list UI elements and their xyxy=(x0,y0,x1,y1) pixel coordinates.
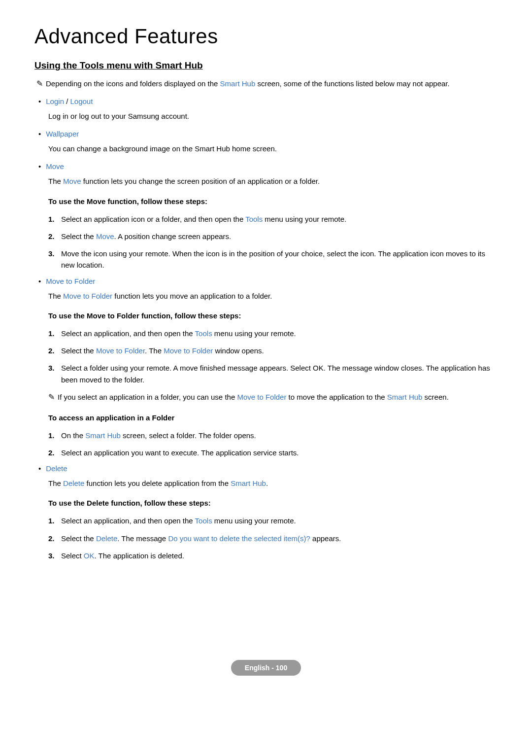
page-footer: English - 100 xyxy=(34,660,498,676)
link-move-to-folder: Move to Folder xyxy=(46,277,95,285)
link-smart-hub: Smart Hub xyxy=(220,79,256,88)
step-number: 1. xyxy=(48,515,61,526)
step-number: 3. xyxy=(48,362,61,374)
list-item: 2. Select the Move to Folder. The Move t… xyxy=(48,345,498,356)
mtf-access-steps: 1. On the Smart Hub screen, select a fol… xyxy=(34,430,498,459)
step-text: Select the Move to Folder. The Move to F… xyxy=(61,345,264,356)
step-number: 2. xyxy=(48,231,61,242)
step-number: 2. xyxy=(48,345,61,356)
list-item: 1. On the Smart Hub screen, select a fol… xyxy=(48,430,498,441)
delete-desc: The Delete function lets you delete appl… xyxy=(34,478,498,489)
page-content: Advanced Features Using the Tools menu w… xyxy=(0,0,532,695)
list-item: 2. Select the Move. A position change sc… xyxy=(48,231,498,242)
list-item: 2. Select the Delete. The message Do you… xyxy=(48,533,498,544)
note-text: Depending on the icons and folders displ… xyxy=(46,78,450,89)
move-steps: 1. Select an application icon or a folde… xyxy=(34,213,498,271)
note-icon: ✎ xyxy=(48,391,58,404)
mtf-desc: The Move to Folder function lets you mov… xyxy=(34,290,498,302)
link-move: Move xyxy=(46,162,64,171)
step-number: 2. xyxy=(48,447,61,458)
step-text: Select an application you want to execut… xyxy=(61,447,299,458)
step-number: 1. xyxy=(48,213,61,225)
step-text: On the Smart Hub screen, select a folder… xyxy=(61,430,256,441)
step-text: Select an application, and then open the… xyxy=(61,515,296,526)
step-number: 1. xyxy=(48,430,61,441)
mtf-steps: 1. Select an application, and then open … xyxy=(34,328,498,385)
move-steps-heading: To use the Move function, follow these s… xyxy=(34,197,498,206)
link-logout: Logout xyxy=(70,97,93,105)
list-item: 3. Select a folder using your remote. A … xyxy=(48,362,498,385)
list-item: 2. Select an application you want to exe… xyxy=(48,447,498,458)
move-desc: The Move function lets you change the sc… xyxy=(34,175,498,187)
bullet-icon: • xyxy=(38,97,46,105)
delete-steps: 1. Select an application, and then open … xyxy=(34,515,498,561)
list-item: 1. Select an application, and then open … xyxy=(48,328,498,339)
bullet-icon: • xyxy=(38,277,46,285)
wallpaper-desc: You can change a background image on the… xyxy=(34,143,498,154)
bullet-delete: • Delete xyxy=(34,464,498,473)
note-icon: ✎ xyxy=(36,78,46,90)
step-number: 2. xyxy=(48,533,61,544)
delete-steps-heading: To use the Delete function, follow these… xyxy=(34,499,498,507)
mtf-access-heading: To access an application in a Folder xyxy=(34,413,498,422)
list-item: 3. Move the icon using your remote. When… xyxy=(48,248,498,271)
mtf-steps-heading: To use the Move to Folder function, foll… xyxy=(34,311,498,320)
step-text: Select the Delete. The message Do you wa… xyxy=(61,533,341,544)
step-number: 1. xyxy=(48,328,61,339)
bullet-wallpaper: • Wallpaper xyxy=(34,130,498,138)
list-item: 1. Select an application icon or a folde… xyxy=(48,213,498,225)
step-text: Select the Move. A position change scree… xyxy=(61,231,231,242)
list-item: 3. Select OK. The application is deleted… xyxy=(48,550,498,561)
link-login: Login xyxy=(46,97,64,105)
bullet-label: Login / Logout xyxy=(46,97,93,105)
step-text: Select an application, and then open the… xyxy=(61,328,296,339)
bullet-login-logout: • Login / Logout xyxy=(34,97,498,105)
link-wallpaper: Wallpaper xyxy=(46,130,79,138)
link-delete: Delete xyxy=(46,464,67,473)
page-title: Advanced Features xyxy=(34,25,498,48)
step-number: 3. xyxy=(48,248,61,259)
step-text: Select an application icon or a folder, … xyxy=(61,213,346,225)
note-text: If you select an application in a folder… xyxy=(58,391,449,403)
bullet-icon: • xyxy=(38,162,46,171)
mtf-note: ✎ If you select an application in a fold… xyxy=(34,391,498,404)
page-number-badge: English - 100 xyxy=(231,660,301,676)
bullet-icon: • xyxy=(38,464,46,473)
top-note: ✎ Depending on the icons and folders dis… xyxy=(34,78,498,90)
bullet-icon: • xyxy=(38,130,46,138)
bullet-move: • Move xyxy=(34,162,498,171)
step-number: 3. xyxy=(48,550,61,561)
step-text: Select a folder using your remote. A mov… xyxy=(61,362,498,385)
section-title: Using the Tools menu with Smart Hub xyxy=(34,60,498,71)
list-item: 1. Select an application, and then open … xyxy=(48,515,498,526)
bullet-move-to-folder: • Move to Folder xyxy=(34,277,498,285)
step-text: Move the icon using your remote. When th… xyxy=(61,248,498,271)
login-desc: Log in or log out to your Samsung accoun… xyxy=(34,110,498,122)
step-text: Select OK. The application is deleted. xyxy=(61,550,184,561)
